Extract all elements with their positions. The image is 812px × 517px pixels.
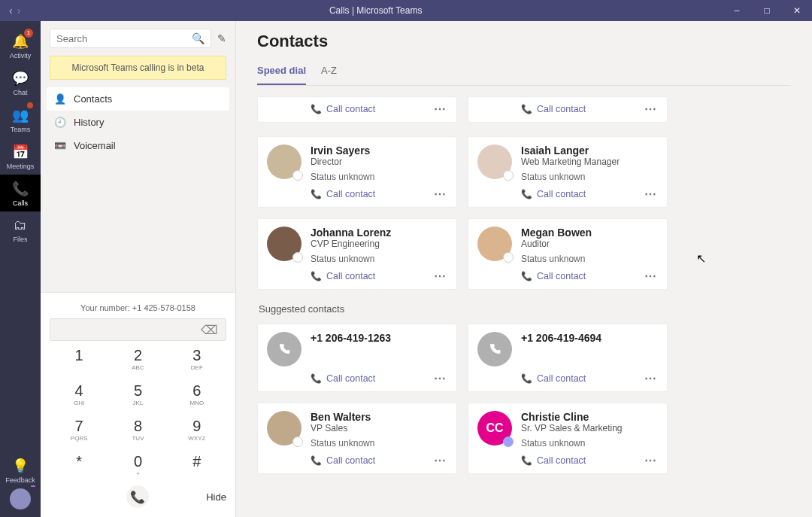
compose-button[interactable]: ✎ (217, 32, 226, 44)
keypad-key-5[interactable]: 5JKL (108, 382, 167, 407)
keypad-key-7[interactable]: 7PQRS (50, 418, 108, 442)
keypad-key-0[interactable]: 0+ (108, 453, 167, 478)
keypad-key-8[interactable]: 8TUV (108, 418, 167, 442)
phone-icon: 📞 (311, 373, 322, 384)
files-icon: 🗂 (0, 217, 41, 233)
call-contact-button[interactable]: 📞Call contact (311, 455, 375, 466)
calendar-icon: 📅 (0, 144, 41, 160)
keypad-digit: 3 (168, 347, 226, 364)
keypad-digit: 7 (50, 418, 108, 435)
keypad-key-*[interactable]: * (50, 453, 108, 478)
contacts-tabs: Speed dial A-Z (257, 65, 791, 86)
search-box[interactable]: 🔍 (50, 29, 211, 48)
nav-back-button[interactable]: ‹ (9, 5, 13, 17)
call-contact-button[interactable]: 📞Call contact (521, 455, 586, 466)
call-contact-button[interactable]: 📞Call contact (521, 373, 586, 384)
more-options-button[interactable]: ⋯ (434, 102, 447, 116)
rail-files[interactable]: 🗂 Files (0, 211, 41, 248)
keypad-key-2[interactable]: 2ABC (108, 347, 167, 372)
nav-history[interactable]: 🕘 History (47, 111, 229, 134)
contact-card[interactable]: CCChristie ClineSr. VP Sales & Marketing… (468, 403, 668, 474)
nav-contacts[interactable]: 👤 Contacts (47, 87, 229, 111)
keypad-key-4[interactable]: 4GHI (50, 382, 108, 407)
call-contact-label: Call contact (537, 455, 586, 466)
contact-status: Status unknown (311, 254, 391, 264)
contact-card-stub[interactable]: 📞Call contact⋯ (468, 96, 668, 123)
contact-role: VP Sales (311, 423, 374, 433)
contact-card[interactable]: Isaiah LangerWeb Marketing ManagerStatus… (468, 136, 668, 208)
contact-status: Status unknown (521, 172, 620, 182)
backspace-icon[interactable]: ⌫ (201, 323, 218, 337)
contact-card[interactable]: +1 206-419-1263📞Call contact⋯ (257, 324, 457, 392)
more-options-button[interactable]: ⋯ (644, 269, 658, 283)
nav-voicemail[interactable]: 📼 Voicemail (47, 134, 229, 157)
rail-activity[interactable]: 🔔 Activity 1 (0, 27, 41, 64)
contact-role: Auditor (521, 239, 592, 249)
more-options-button[interactable]: ⋯ (434, 453, 447, 467)
contact-role: Director (311, 157, 374, 167)
call-contact-label: Call contact (537, 104, 586, 114)
rail-chat[interactable]: 💬 Chat (0, 64, 41, 101)
contact-card-stub[interactable]: 📞Call contact⋯ (257, 96, 457, 123)
contact-card[interactable]: Johanna LorenzCVP EngineeringStatus unkn… (257, 218, 457, 290)
keypad-key-6[interactable]: 6MNO (168, 382, 226, 407)
keypad-key-3[interactable]: 3DEF (168, 347, 226, 372)
more-options-button[interactable]: ⋯ (434, 269, 447, 283)
nav-label: Contacts (74, 93, 112, 105)
call-contact-button[interactable]: 📞Call contact (521, 189, 586, 199)
contact-card[interactable]: +1 206-419-4694📞Call contact⋯ (468, 324, 668, 392)
hide-dialpad-button[interactable]: Hide (168, 491, 226, 503)
more-options-button[interactable]: ⋯ (644, 102, 658, 116)
call-contact-button[interactable]: 📞Call contact (311, 189, 375, 199)
keypad-digit: 9 (168, 418, 226, 435)
more-options-button[interactable]: ⋯ (644, 187, 658, 201)
user-avatar[interactable] (10, 488, 31, 509)
keypad-digit: 1 (50, 347, 108, 364)
dial-input[interactable]: ⌫ (50, 318, 226, 341)
contact-card[interactable]: Megan BowenAuditorStatus unknown📞Call co… (468, 218, 668, 290)
call-contact-button[interactable]: 📞Call contact (311, 104, 375, 114)
tab-a-z[interactable]: A-Z (321, 65, 337, 85)
minimize-button[interactable]: – (722, 5, 752, 16)
suggested-heading: Suggested contacts (259, 303, 791, 315)
contact-card[interactable]: Irvin SayersDirectorStatus unknown📞Call … (257, 136, 457, 208)
call-contact-label: Call contact (326, 189, 375, 199)
chat-icon: 💬 (0, 70, 41, 87)
call-contact-label: Call contact (326, 373, 375, 384)
tab-speed-dial[interactable]: Speed dial (257, 65, 306, 85)
contact-card[interactable]: Ben WaltersVP SalesStatus unknown📞Call c… (257, 403, 457, 474)
contact-name: Megan Bowen (521, 227, 592, 239)
dial-call-button[interactable]: 📞 (108, 485, 167, 508)
more-options-button[interactable]: ⋯ (644, 453, 658, 467)
phone-icon: 📞 (126, 485, 149, 508)
maximize-button[interactable]: □ (752, 5, 782, 16)
rail-label: Chat (13, 89, 27, 96)
teams-icon: 👥 (0, 107, 41, 123)
contacts-icon: 👤 (54, 93, 66, 105)
keypad-key-1[interactable]: 1 (50, 347, 108, 372)
keypad-digit: 5 (108, 382, 167, 400)
search-input[interactable] (56, 33, 192, 44)
avatar (477, 227, 512, 261)
rail-meetings[interactable]: 📅 Meetings (0, 138, 41, 175)
rail-teams[interactable]: 👥 Teams (0, 101, 41, 138)
call-contact-button[interactable]: 📞Call contact (311, 271, 375, 281)
phone-icon: 📞 (311, 104, 322, 114)
voicemail-icon: 📼 (54, 140, 66, 151)
call-contact-button[interactable]: 📞Call contact (311, 373, 375, 384)
contact-name: Christie Cline (521, 411, 623, 423)
keypad-key-9[interactable]: 9WXYZ (168, 418, 226, 442)
more-options-button[interactable]: ⋯ (644, 371, 658, 385)
keypad-key-#[interactable]: # (168, 453, 226, 478)
more-options-button[interactable]: ⋯ (434, 371, 447, 385)
rail-calls[interactable]: 📞 Calls (0, 175, 41, 211)
call-contact-button[interactable]: 📞Call contact (521, 104, 586, 114)
keypad-letters (168, 470, 226, 478)
feedback-icon: 💡 (0, 458, 41, 474)
close-button[interactable]: ✕ (782, 5, 812, 16)
nav-forward-button[interactable]: › (17, 5, 21, 17)
call-contact-button[interactable]: 📞Call contact (521, 271, 586, 281)
rail-feedback[interactable]: 💡 Feedback (0, 452, 41, 488)
more-options-button[interactable]: ⋯ (434, 187, 447, 201)
keypad-letters: ABC (108, 364, 167, 372)
